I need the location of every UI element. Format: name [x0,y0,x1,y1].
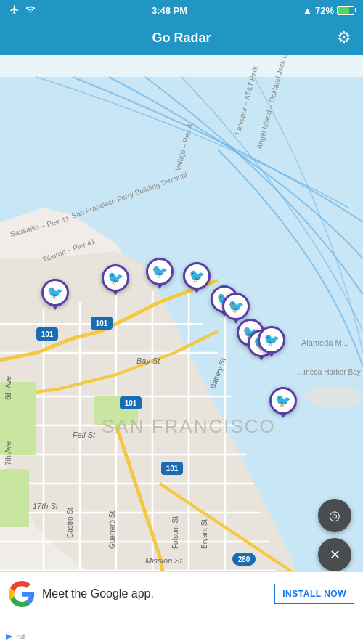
battery-percent: 72% [315,5,334,16]
app-header: Go Radar ⚙ [0,20,363,55]
status-time: 3:48 PM [152,5,187,16]
marker-circle-1: 🐦 [41,279,69,306]
close-button[interactable]: ✕ [318,538,351,571]
wifi-icon [25,4,36,17]
install-now-button[interactable]: INSTALL NOW [274,584,354,604]
marker-1[interactable]: 🐦 [39,277,71,309]
map-controls: ◎ ✕ [318,499,351,571]
marker-2[interactable]: 🐦 [99,262,131,294]
google-logo [9,581,35,607]
svg-text:101: 101 [41,330,54,338]
bird-icon-10: 🐦 [275,393,291,409]
marker-circle-10: 🐦 [269,387,297,415]
ad-footer: Ad [0,629,363,644]
svg-text:280: 280 [238,555,250,563]
svg-rect-20 [0,469,29,527]
ad-choices-text: Ad [17,633,25,640]
bird-icon-9: 🐦 [264,332,280,348]
map-background: 101 101 101 101 280 Bay St Battery St Fe… [0,55,363,615]
status-right: ▲ 72% [303,5,354,16]
svg-text:Mission St: Mission St [145,556,183,565]
marker-circle-2: 🐦 [102,264,129,292]
marker-3[interactable]: 🐦 [144,256,176,288]
svg-text:101: 101 [166,465,179,473]
ad-choices: Ad [6,632,25,641]
ad-choices-icon [6,632,15,641]
svg-text:Bay St: Bay St [136,356,160,365]
svg-text:Fell St: Fell St [73,431,96,439]
marker-circle-9: 🐦 [258,326,285,354]
close-icon: ✕ [330,547,340,563]
svg-text:6th Ave: 6th Ave [4,375,12,400]
settings-icon[interactable]: ⚙ [337,28,351,47]
header-title: Go Radar [152,30,211,46]
status-bar: 3:48 PM ▲ 72% [0,0,363,20]
plane-icon [9,4,20,17]
svg-text:Bryant St: Bryant St [200,519,208,549]
svg-point-51 [305,386,363,407]
svg-text:17th St: 17th St [33,502,59,510]
bird-icon-2: 🐦 [107,270,123,286]
bird-icon-6: 🐦 [228,298,244,314]
ad-banner: Meet the Google app. INSTALL NOW [0,571,363,615]
map-container[interactable]: 101 101 101 101 280 Bay St Battery St Fe… [0,55,363,615]
target-icon: ◎ [329,508,340,523]
svg-text:...meda Harbor Bay: ...meda Harbor Bay [298,368,361,376]
status-left [9,4,36,17]
marker-circle-3: 🐦 [146,258,174,285]
svg-text:Folsom St: Folsom St [171,516,179,549]
svg-text:101: 101 [96,319,108,327]
svg-marker-52 [6,634,13,640]
battery-icon [337,6,354,15]
battery-fill [338,7,349,14]
marker-10[interactable]: 🐦 [267,385,299,417]
location-icon: ▲ [303,5,312,16]
target-button[interactable]: ◎ [318,499,351,532]
svg-text:101: 101 [125,399,137,407]
svg-text:7th Ave: 7th Ave [4,441,12,465]
marker-circle-4: 🐦 [183,262,211,290]
svg-text:Guerrero St: Guerrero St [108,511,116,549]
ad-text: Meet the Google app. [42,587,267,600]
bird-icon-1: 🐦 [47,285,63,301]
svg-text:Alameda M...: Alameda M... [301,338,348,347]
marker-9[interactable]: 🐦 [256,324,287,356]
svg-text:SAN FRANCISCO: SAN FRANCISCO [102,415,276,437]
svg-text:Castro St: Castro St [66,508,74,538]
bird-icon-4: 🐦 [189,268,205,284]
bird-icon-3: 🐦 [152,264,168,280]
